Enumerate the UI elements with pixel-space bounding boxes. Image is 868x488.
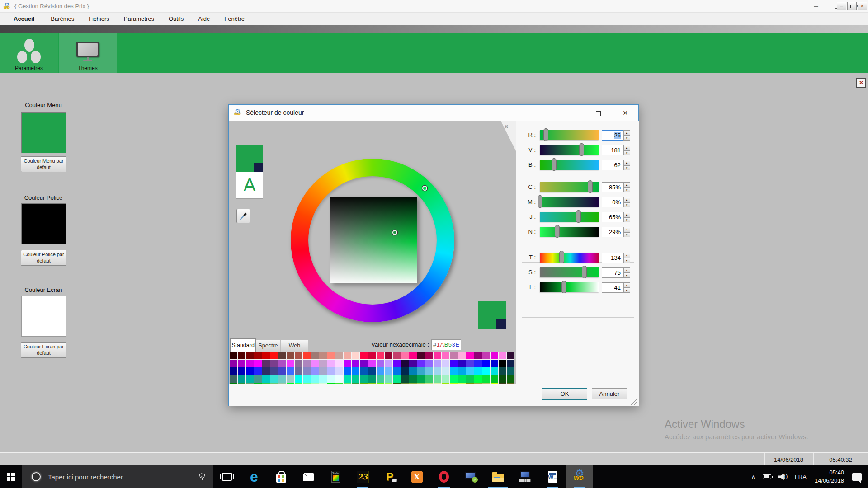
palette-color[interactable] <box>409 375 417 382</box>
cancel-button[interactable]: Annuler <box>592 388 627 399</box>
palette-color[interactable] <box>442 352 449 359</box>
palette-color[interactable] <box>474 367 482 375</box>
palette-color[interactable] <box>401 352 409 359</box>
palette-color[interactable] <box>303 360 311 367</box>
palette-color[interactable] <box>238 375 245 382</box>
spinner-up-button[interactable]: ▲ <box>623 212 630 217</box>
palette-color[interactable] <box>393 360 401 367</box>
palette-color[interactable] <box>401 375 409 382</box>
menu-item-parametres[interactable]: Parametres <box>117 13 161 25</box>
palette-color[interactable] <box>335 360 343 367</box>
palette-color[interactable] <box>246 375 254 382</box>
taskbar-icon-pbook[interactable]: P <box>376 465 403 488</box>
palette-color[interactable] <box>491 360 498 367</box>
pane-close-button[interactable]: ✕ <box>856 78 866 88</box>
palette-color[interactable] <box>254 367 262 375</box>
taskbar-icon-folder[interactable] <box>485 465 512 488</box>
spinner-down-button[interactable]: ▼ <box>623 232 630 238</box>
slider-handle[interactable] <box>588 180 593 193</box>
palette-color[interactable] <box>335 375 343 382</box>
spinner-down-button[interactable]: ▼ <box>623 136 630 141</box>
palette-color[interactable] <box>385 360 392 367</box>
palette-color[interactable] <box>377 352 384 359</box>
palette-color[interactable] <box>474 360 482 367</box>
palette-color[interactable] <box>434 367 441 375</box>
button-couleur-police-defaut[interactable]: Couleur Police par defaut <box>21 250 66 266</box>
mdi-minimize-button[interactable]: ─ <box>837 2 846 10</box>
palette-color[interactable] <box>393 367 401 375</box>
slider-track[interactable] <box>540 130 599 140</box>
taskbar-icon-xampp[interactable]: X <box>403 465 430 488</box>
palette-color[interactable] <box>466 375 474 382</box>
swatch-couleur-ecran[interactable] <box>21 296 66 337</box>
taskbar-icon-store[interactable] <box>268 465 295 488</box>
palette-color[interactable] <box>385 352 392 359</box>
slider-track[interactable] <box>540 160 599 170</box>
collapse-panel-icon[interactable]: « <box>505 122 508 130</box>
taskbar-search[interactable]: Taper ici pour rechercher <box>22 465 213 488</box>
slider-track[interactable] <box>540 145 599 155</box>
tab-standard[interactable]: Standard <box>230 338 256 352</box>
palette-color[interactable] <box>417 375 425 382</box>
palette-color[interactable] <box>311 352 319 359</box>
palette-color[interactable] <box>450 367 458 375</box>
slider-track[interactable] <box>540 212 599 222</box>
palette-color[interactable] <box>344 352 351 359</box>
palette-color[interactable] <box>393 375 401 382</box>
spinner-down-button[interactable]: ▼ <box>623 288 630 293</box>
palette-color[interactable] <box>344 375 351 382</box>
palette-color[interactable] <box>238 360 245 367</box>
slider-value-input[interactable]: 75 <box>602 267 623 278</box>
spinner-down-button[interactable]: ▼ <box>623 202 630 208</box>
palette-color[interactable] <box>417 367 425 375</box>
spinner-up-button[interactable]: ▲ <box>623 145 630 150</box>
spinner-up-button[interactable]: ▲ <box>623 160 630 165</box>
slider-value-input[interactable]: 181 <box>602 145 623 155</box>
ribbon-button-themes[interactable]: Themes <box>59 33 117 73</box>
palette-color[interactable] <box>360 352 368 359</box>
tab-web[interactable]: Web <box>281 340 308 352</box>
language-indicator[interactable]: FRA <box>795 474 807 480</box>
palette-color[interactable] <box>262 360 270 367</box>
microphone-icon[interactable] <box>199 473 205 481</box>
slider-track[interactable] <box>540 197 599 207</box>
palette-color[interactable] <box>368 375 376 382</box>
palette-color[interactable] <box>327 367 335 375</box>
palette-color[interactable] <box>238 352 245 359</box>
mdi-restore-button[interactable] <box>847 2 857 10</box>
palette-color[interactable] <box>254 375 262 382</box>
palette-color[interactable] <box>434 375 441 382</box>
palette-color[interactable] <box>262 375 270 382</box>
slider-value-input[interactable]: 65% <box>602 212 623 222</box>
palette-color[interactable] <box>409 352 417 359</box>
palette-color[interactable] <box>278 352 286 359</box>
palette-color[interactable] <box>230 375 237 382</box>
spinner-down-button[interactable]: ▼ <box>623 258 630 263</box>
palette-color[interactable] <box>254 352 262 359</box>
spinner-up-button[interactable]: ▲ <box>623 253 630 258</box>
resize-grip[interactable] <box>630 398 637 405</box>
battery-icon[interactable] <box>763 474 771 479</box>
palette-color[interactable] <box>442 367 449 375</box>
taskbar-icon-mail[interactable] <box>295 465 322 488</box>
palette-color[interactable] <box>425 375 433 382</box>
slider-value-input[interactable]: 62 <box>602 160 623 170</box>
palette-color[interactable] <box>270 367 278 375</box>
palette-color[interactable] <box>311 367 319 375</box>
palette-color[interactable] <box>230 360 237 367</box>
hex-value-input[interactable]: #1AB53E <box>431 339 461 350</box>
palette-color[interactable] <box>377 375 384 382</box>
palette-color[interactable] <box>352 360 359 367</box>
slider-handle[interactable] <box>576 210 581 223</box>
menu-item-aide[interactable]: Aide <box>191 13 217 25</box>
slider-value-input[interactable]: 0% <box>602 197 623 207</box>
palette-color[interactable] <box>246 360 254 367</box>
palette-color[interactable] <box>385 375 392 382</box>
palette-color[interactable] <box>458 375 466 382</box>
palette-color[interactable] <box>507 367 514 375</box>
palette-color[interactable] <box>466 367 474 375</box>
dialog-maximize-button[interactable] <box>591 108 605 118</box>
palette-color[interactable] <box>246 352 254 359</box>
palette-color[interactable] <box>450 352 458 359</box>
notification-icon[interactable] <box>852 473 862 481</box>
